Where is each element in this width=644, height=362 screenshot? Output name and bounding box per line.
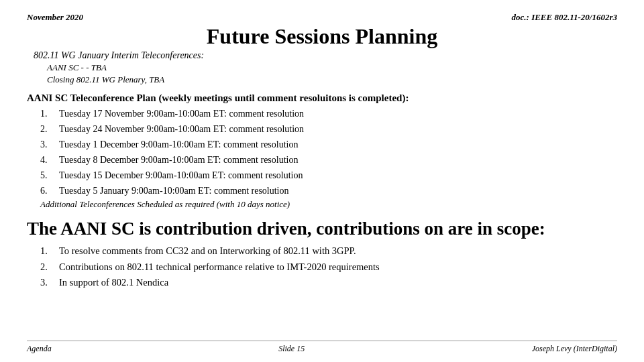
list-item: 3.Tuesday 1 December 9:00am-10:00am ET: … <box>40 137 617 152</box>
list-item: 4.Tuesday 8 December 9:00am-10:00am ET: … <box>40 153 617 167</box>
list-item: 6.Tuesday 5 January 9:00am-10:00am ET: c… <box>40 184 617 198</box>
slide: November 2020 doc.: IEEE 802.11-20/1602r… <box>0 0 644 362</box>
section2-heading: The AANI SC is contribution driven, cont… <box>27 218 617 239</box>
header-row: November 2020 doc.: IEEE 802.11-20/1602r… <box>27 12 617 23</box>
list-item: 3.In support of 802.1 Nendica <box>40 276 617 290</box>
list-item: 5.Tuesday 15 December 9:00am-10:00am ET:… <box>40 168 617 182</box>
section1-heading: AANI SC Teleconference Plan (weekly meet… <box>27 93 617 104</box>
additional-note: Additional Teleconferences Scheduled as … <box>40 199 617 210</box>
section1-list: 1.Tuesday 17 November 9:00am-10:00am ET:… <box>40 107 617 198</box>
footer: Agenda Slide 15 Joseph Levy (InterDigita… <box>27 341 617 354</box>
list-item: 1.Tuesday 17 November 9:00am-10:00am ET:… <box>40 107 617 121</box>
header-right: doc.: IEEE 802.11-20/1602r3 <box>512 12 617 23</box>
section2-list: 1.To resolve comments from CC32 and on I… <box>40 244 617 290</box>
list-item: 2.Tuesday 24 November 9:00am-10:00am ET:… <box>40 122 617 136</box>
footer-center: Slide 15 <box>278 344 305 354</box>
main-title: Future Sessions Planning <box>27 24 617 49</box>
subtitle: 802.11 WG January Interim Teleconference… <box>34 50 617 61</box>
footer-left: Agenda <box>27 344 52 354</box>
sub-item-2: Closing 802.11 WG Plenary, TBA <box>47 74 617 86</box>
header-left: November 2020 <box>27 12 83 23</box>
list-item: 1.To resolve comments from CC32 and on I… <box>40 244 617 259</box>
footer-right: Joseph Levy (InterDigital) <box>532 344 617 354</box>
list-item: 2.Contributions on 802.11 technical perf… <box>40 260 617 275</box>
sub-item-1: AANI SC - - TBA <box>47 62 617 74</box>
